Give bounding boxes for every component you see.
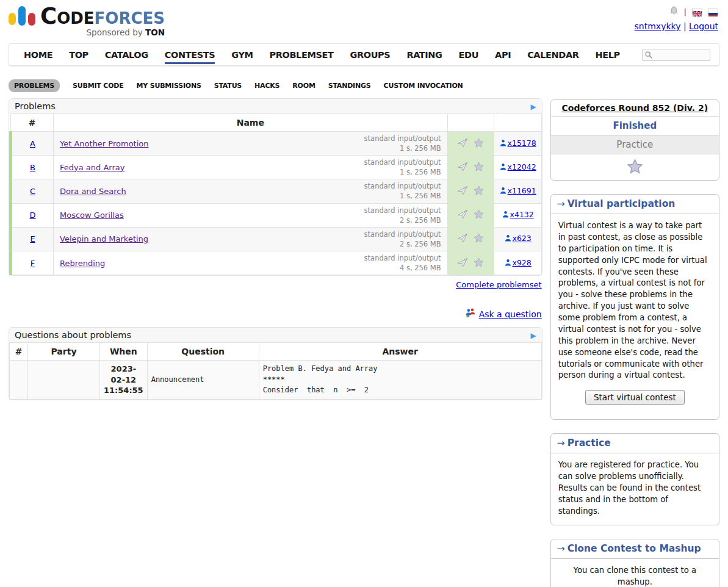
solved-count-link[interactable]: x11691	[508, 186, 536, 195]
ask-question-link[interactable]: Ask a question	[479, 309, 542, 319]
practice-text: You are registered for practice. You can…	[551, 453, 719, 524]
problem-name-link[interactable]: Yet Another Promotion	[60, 139, 148, 148]
nav-item-api[interactable]: API	[495, 50, 511, 60]
uk-flag-icon[interactable]	[692, 9, 702, 15]
tab-standings[interactable]: STANDINGS	[328, 82, 371, 90]
problem-constraints: standard input/output1 s, 256 MB	[364, 157, 441, 177]
blue-triangle-icon[interactable]	[530, 330, 536, 340]
practice-caption: →Practice	[551, 434, 719, 453]
clone-contest-box: →Clone Contest to Mashup You can clone t…	[550, 539, 719, 587]
problem-letter-link[interactable]: B	[30, 163, 35, 172]
paper-plane-icon[interactable]	[457, 162, 468, 173]
contest-title-link[interactable]: Codeforces Round 852 (Div. 2)	[562, 103, 708, 113]
problem-letter-link[interactable]: E	[30, 234, 35, 243]
paper-plane-icon[interactable]	[457, 138, 468, 149]
problem-name-link[interactable]: Dora and Search	[60, 187, 126, 196]
col-header-question: Question	[147, 343, 259, 361]
problems-title: Problems	[15, 101, 56, 111]
problem-row: D Moscow Gorillas standard input/output2…	[11, 203, 542, 227]
nav-item-contests[interactable]: CONTESTS	[165, 50, 215, 64]
star-icon[interactable]	[474, 233, 484, 245]
tab-room[interactable]: ROOM	[292, 82, 315, 90]
lang-separator: |	[684, 7, 687, 16]
problem-name-link[interactable]: Velepin and Marketing	[60, 234, 148, 243]
question-when: 2023-02-12 11:54:55	[100, 361, 148, 400]
problems-table: # Name A Yet Another Promotion standard …	[9, 113, 542, 275]
star-icon[interactable]	[474, 162, 484, 173]
arrow-icon: →	[557, 543, 565, 554]
virtual-participation-box: →Virtual participation Virtual contest i…	[550, 194, 719, 420]
problem-letter-link[interactable]: F	[31, 259, 35, 268]
problem-name-link[interactable]: Fedya and Array	[60, 163, 124, 172]
col-header-q-num: #	[10, 343, 28, 361]
solved-count-link[interactable]: x15178	[508, 139, 536, 148]
problem-constraints: standard input/output4 s, 256 MB	[364, 253, 441, 273]
star-icon[interactable]	[627, 167, 643, 176]
nav-item-help[interactable]: HELP	[596, 50, 620, 60]
tab-my-submissions[interactable]: MY SUBMISSIONS	[137, 82, 201, 90]
logo-bars-icon	[9, 5, 35, 26]
problem-name-link[interactable]: Rebrending	[60, 259, 105, 268]
nav-item-groups[interactable]: GROUPS	[350, 50, 391, 60]
username-link[interactable]: sntmxykky	[635, 21, 681, 31]
practice-box: →Practice You are registered for practic…	[550, 433, 719, 525]
virtual-text: Virtual contest is a way to take part in…	[558, 220, 712, 381]
question-party	[28, 361, 100, 400]
col-header-party: Party	[28, 343, 100, 361]
problem-letter-link[interactable]: A	[30, 139, 35, 148]
problem-letter-link[interactable]: C	[30, 187, 35, 196]
blue-triangle-icon[interactable]	[530, 101, 536, 111]
person-icon	[499, 140, 507, 149]
star-icon[interactable]	[474, 209, 484, 221]
col-header-answer: Answer	[259, 343, 541, 361]
problem-name-link[interactable]: Moscow Gorillas	[60, 211, 124, 220]
ru-flag-icon[interactable]	[708, 9, 718, 15]
solved-count-link[interactable]: x4132	[510, 210, 534, 219]
solved-count-link[interactable]: x928	[513, 258, 532, 267]
bell-icon[interactable]	[669, 6, 679, 18]
contest-mode: Practice	[551, 135, 719, 154]
star-icon[interactable]	[474, 185, 484, 197]
questions-title: Questions about problems	[15, 330, 131, 340]
nav-item-gym[interactable]: GYM	[231, 50, 253, 60]
virtual-caption: →Virtual participation	[551, 195, 719, 214]
paper-plane-icon[interactable]	[457, 257, 468, 269]
problems-caption: Problems	[9, 99, 542, 113]
person-icon	[499, 164, 507, 173]
paper-plane-icon[interactable]	[457, 233, 468, 245]
solved-count-link[interactable]: x623	[513, 234, 532, 243]
solved-count-link[interactable]: x12042	[508, 162, 536, 171]
tab-submit-code[interactable]: SUBMIT CODE	[73, 82, 123, 90]
nav-item-rating[interactable]: RATING	[406, 50, 442, 60]
questions-caption: Questions about problems	[9, 328, 542, 342]
star-icon[interactable]	[474, 138, 484, 149]
star-icon[interactable]	[474, 257, 484, 269]
tab-hacks[interactable]: HACKS	[254, 82, 279, 90]
tab-problems[interactable]: PROBLEMS	[9, 79, 60, 92]
nav-item-catalog[interactable]: CATALOG	[105, 50, 148, 60]
col-header-name: Name	[54, 114, 448, 132]
col-header-num: #	[11, 114, 54, 132]
clone-text: You can clone this contest to a mashup.	[551, 559, 719, 587]
logout-link[interactable]: Logout	[689, 21, 718, 31]
tab-custom-invocation[interactable]: CUSTOM INVOCATION	[384, 82, 463, 90]
nav-item-calendar[interactable]: CALENDAR	[527, 50, 578, 60]
complete-problemset-link[interactable]: Complete problemset	[456, 280, 541, 289]
tab-status[interactable]: STATUS	[214, 82, 242, 90]
problem-letter-link[interactable]: D	[29, 211, 35, 220]
paper-plane-icon[interactable]	[457, 209, 468, 221]
person-icon	[499, 187, 507, 196]
start-virtual-contest-button[interactable]: Start virtual contest	[585, 390, 685, 405]
paper-plane-icon[interactable]	[457, 185, 468, 197]
nav-item-problemset[interactable]: PROBLEMSET	[270, 50, 334, 60]
clone-caption: →Clone Contest to Mashup	[551, 539, 719, 559]
question-row: 2023-02-12 11:54:55 Announcement Problem…	[10, 361, 542, 400]
codeforces-logo[interactable]: Codeforces Sponsored by TON	[9, 5, 165, 37]
page-header: Codeforces Sponsored by TON | sntmxykky …	[0, 0, 728, 37]
contest-tabs: PROBLEMS SUBMIT CODE MY SUBMISSIONS STAT…	[9, 79, 719, 92]
nav-item-top[interactable]: TOP	[69, 50, 88, 60]
problem-row: E Velepin and Marketing standard input/o…	[11, 227, 542, 251]
nav-item-edu[interactable]: EDU	[459, 50, 479, 60]
nav-item-home[interactable]: HOME	[24, 50, 52, 60]
arrow-icon: →	[557, 198, 565, 209]
